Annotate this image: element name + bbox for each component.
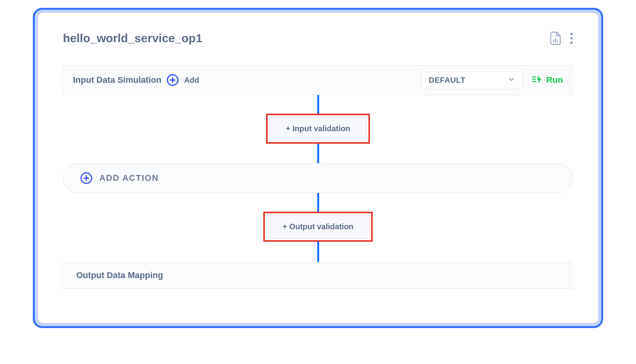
input-validation-button[interactable]: + Input validation: [269, 117, 367, 141]
plus-circle-icon: [80, 172, 92, 184]
add-simulation-label[interactable]: Add: [184, 76, 199, 85]
svg-point-5: [570, 41, 573, 44]
input-simulation-left: Input Data Simulation Add: [73, 74, 199, 86]
flow-connector: [317, 95, 319, 114]
page-title: hello_world_service_op1: [63, 32, 202, 45]
svg-point-4: [570, 37, 573, 39]
run-bolt-icon: [532, 74, 543, 86]
svg-point-3: [570, 33, 573, 35]
chart-file-icon[interactable]: [550, 32, 561, 45]
kebab-menu-icon[interactable]: [570, 32, 573, 44]
run-button-label: Run: [546, 75, 563, 85]
input-simulation-bar: Input Data Simulation Add DEFAULT: [63, 65, 573, 95]
add-action-label: ADD ACTION: [99, 173, 159, 183]
svg-marker-11: [537, 75, 541, 84]
flow-connector: [317, 193, 319, 212]
outer-frame: hello_world_service_op1: [33, 8, 603, 328]
output-mapping-label: Output Data Mapping: [76, 270, 163, 280]
add-simulation-button[interactable]: [167, 74, 179, 86]
output-mapping-bar[interactable]: Output Data Mapping: [63, 262, 573, 289]
add-action-button[interactable]: ADD ACTION: [63, 163, 573, 193]
run-button[interactable]: Run: [532, 74, 563, 86]
simulation-select[interactable]: DEFAULT: [421, 71, 523, 89]
input-simulation-right: DEFAULT: [421, 71, 563, 89]
flow-connector: [317, 242, 319, 262]
header: hello_world_service_op1: [63, 32, 573, 45]
output-validation-button[interactable]: + Output validation: [266, 215, 370, 239]
input-simulation-label: Input Data Simulation: [73, 75, 161, 85]
chevron-down-icon: [507, 75, 515, 85]
header-actions: [550, 32, 573, 45]
inner-card: hello_world_service_op1: [38, 13, 598, 323]
input-validation-highlight: + Input validation: [266, 114, 370, 144]
output-validation-highlight: + Output validation: [263, 212, 373, 242]
flow-connector: [317, 144, 319, 163]
simulation-select-value: DEFAULT: [429, 76, 465, 85]
flow-area: + Input validation ADD ACTION + Output v…: [63, 95, 573, 262]
